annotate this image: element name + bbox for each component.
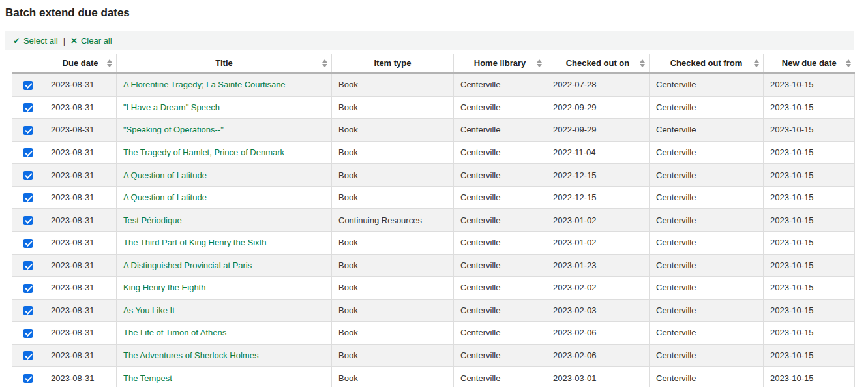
row-checkbox[interactable]	[23, 261, 33, 270]
cell-item-type: Book	[332, 231, 454, 254]
cell-item-type: Continuing Resources	[332, 209, 454, 232]
title-link[interactable]: A Florentine Tragedy; La Sainte Courtisa…	[123, 80, 286, 89]
row-checkbox[interactable]	[23, 81, 33, 90]
cell-checked-out-on: 2022-09-29	[546, 119, 650, 142]
cell-title: A Question of Latitude	[117, 186, 332, 209]
cell-checked-out-from: Centerville	[650, 344, 764, 367]
column-label: Due date	[63, 58, 98, 68]
cell-item-type: Book	[332, 277, 454, 300]
column-label: Home library	[474, 58, 526, 68]
checkbox-cell	[12, 231, 44, 254]
cell-checked-out-from: Centerville	[650, 231, 764, 254]
toolbar-separator: |	[63, 36, 65, 46]
cell-checked-out-on: 2023-02-02	[546, 277, 650, 300]
row-checkbox[interactable]	[23, 374, 33, 383]
cell-due-date: 2023-08-31	[44, 367, 117, 387]
table-row: 2023-08-31King Henry the EighthBookCente…	[12, 277, 855, 300]
clear-all-link[interactable]: ✕ Clear all	[70, 36, 112, 46]
title-link[interactable]: A Question of Latitude	[123, 193, 207, 202]
checkbox-cell	[12, 367, 44, 387]
column-header-due_date[interactable]: Due date	[44, 54, 117, 73]
cell-item-type: Book	[332, 299, 454, 322]
checkbox-cell	[12, 164, 44, 187]
cell-checked-out-from: Centerville	[650, 96, 764, 119]
cell-title: The Tragedy of Hamlet, Prince of Denmark	[117, 141, 332, 164]
table-row: 2023-08-31The TempestBookCenterville2023…	[12, 367, 855, 387]
column-label: Checked out from	[670, 58, 743, 68]
sort-icon[interactable]	[322, 59, 327, 67]
row-checkbox[interactable]	[23, 284, 33, 293]
table-row: 2023-08-31Test PériodiqueContinuing Reso…	[12, 209, 855, 232]
column-header-checked_out_on[interactable]: Checked out on	[546, 54, 650, 73]
select-all-label: Select all	[23, 36, 58, 46]
row-checkbox[interactable]	[23, 329, 33, 338]
table-row: 2023-08-31A Question of LatitudeBookCent…	[12, 164, 855, 187]
sort-icon[interactable]	[537, 59, 542, 67]
clear-all-label: Clear all	[81, 36, 112, 46]
row-checkbox[interactable]	[23, 148, 33, 157]
column-header-new_due_date[interactable]: New due date	[764, 54, 855, 73]
cell-new-due-date: 2023-10-15	[764, 322, 855, 345]
cell-home-library: Centerville	[454, 254, 546, 277]
title-link[interactable]: The Life of Timon of Athens	[123, 328, 226, 337]
cell-due-date: 2023-08-31	[44, 344, 117, 367]
cell-due-date: 2023-08-31	[44, 231, 117, 254]
column-header-title[interactable]: Title	[117, 54, 332, 73]
row-checkbox[interactable]	[23, 126, 33, 135]
title-link[interactable]: The Tragedy of Hamlet, Prince of Denmark	[123, 147, 284, 157]
title-link[interactable]: As You Like It	[123, 305, 175, 315]
cell-new-due-date: 2023-10-15	[764, 231, 855, 254]
row-checkbox[interactable]	[23, 193, 33, 202]
title-link[interactable]: "I Have a Dream" Speech	[123, 102, 220, 112]
row-checkbox[interactable]	[23, 216, 33, 225]
row-checkbox[interactable]	[23, 239, 33, 248]
row-checkbox[interactable]	[23, 306, 33, 315]
cell-home-library: Centerville	[454, 209, 546, 232]
checkbox-cell	[12, 322, 44, 345]
table-row: 2023-08-31The Adventures of Sherlock Hol…	[12, 344, 855, 367]
title-link[interactable]: Test Périodique	[123, 215, 182, 225]
cell-due-date: 2023-08-31	[44, 277, 117, 300]
table-row: 2023-08-31The Life of Timon of AthensBoo…	[12, 322, 855, 345]
title-link[interactable]: A Question of Latitude	[123, 170, 207, 180]
cell-checked-out-from: Centerville	[650, 277, 764, 300]
title-link[interactable]: The Tempest	[123, 373, 172, 383]
checkbox-cell	[12, 209, 44, 232]
select-all-link[interactable]: ✓ Select all	[13, 36, 58, 46]
cell-checked-out-on: 2023-03-01	[546, 367, 650, 387]
cell-new-due-date: 2023-10-15	[764, 119, 855, 142]
cell-item-type: Book	[332, 186, 454, 209]
title-link[interactable]: "Speaking of Operations--"	[123, 125, 224, 134]
cell-due-date: 2023-08-31	[44, 254, 117, 277]
title-link[interactable]: King Henry the Eighth	[123, 283, 205, 292]
column-header-item_type: Item type	[332, 54, 454, 73]
cell-checked-out-from: Centerville	[650, 322, 764, 345]
cell-title: Test Périodique	[117, 209, 332, 232]
selection-toolbar: ✓ Select all | ✕ Clear all	[5, 31, 854, 50]
row-checkbox[interactable]	[23, 103, 33, 112]
title-link[interactable]: The Adventures of Sherlock Holmes	[123, 350, 258, 360]
row-checkbox[interactable]	[23, 351, 33, 360]
column-header-home_library[interactable]: Home library	[454, 54, 546, 73]
title-link[interactable]: A Distinguished Provincial at Paris	[123, 260, 252, 270]
column-label: Checked out on	[566, 58, 630, 68]
cell-checked-out-from: Centerville	[650, 186, 764, 209]
sort-icon[interactable]	[640, 59, 645, 67]
title-link[interactable]: The Third Part of King Henry the Sixth	[123, 238, 266, 247]
checkbox-cell	[12, 141, 44, 164]
cell-checked-out-from: Centerville	[650, 119, 764, 142]
row-checkbox[interactable]	[23, 171, 33, 180]
cell-home-library: Centerville	[454, 277, 546, 300]
check-icon: ✓	[13, 36, 20, 46]
cell-checked-out-on: 2022-11-04	[546, 141, 650, 164]
column-label: New due date	[782, 58, 837, 68]
cell-new-due-date: 2023-10-15	[764, 299, 855, 322]
column-label: Title	[215, 58, 233, 68]
cell-checked-out-on: 2022-07-28	[546, 73, 650, 96]
close-icon: ✕	[70, 36, 78, 46]
table-row: 2023-08-31A Florentine Tragedy; La Saint…	[12, 73, 855, 96]
column-header-checked_out_from[interactable]: Checked out from	[650, 54, 764, 73]
sort-icon[interactable]	[107, 59, 112, 67]
sort-icon[interactable]	[754, 59, 759, 67]
sort-icon[interactable]	[846, 59, 851, 67]
